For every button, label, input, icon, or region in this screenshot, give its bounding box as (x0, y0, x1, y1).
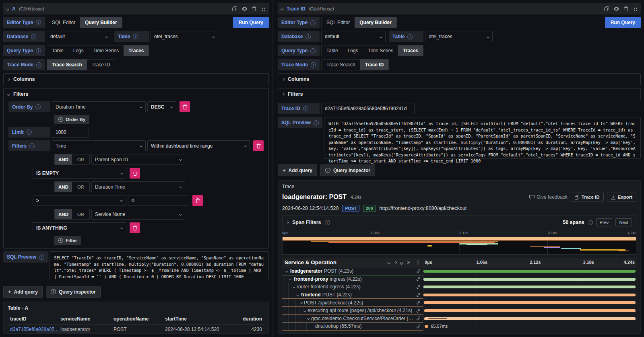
remove-filter-button[interactable] (130, 168, 140, 179)
order-by-direction-select[interactable]: DESC (147, 101, 176, 112)
span-name-cell[interactable]: loadgeneratorPOST (4.23s) (282, 267, 423, 275)
query-type-timeseries[interactable]: Time Series (363, 45, 398, 56)
info-icon[interactable]: i (133, 34, 138, 39)
span-duration-bar[interactable] (423, 294, 636, 296)
span-duration-bar[interactable] (423, 278, 636, 281)
query-inspector-button[interactable]: iQuery inspector (320, 164, 375, 176)
info-icon[interactable]: i (407, 34, 413, 39)
collapse-chevron-icon[interactable] (6, 7, 9, 10)
chevron-down-icon[interactable] (289, 277, 292, 280)
trace-search-option[interactable]: Trace Search (47, 60, 87, 70)
filters-toggle[interactable]: Filters (8, 91, 264, 97)
query-inspector-button[interactable]: iQuery inspector (46, 286, 101, 298)
query-type-traces[interactable]: Traces (398, 45, 423, 56)
span-link-icon[interactable] (416, 276, 421, 282)
span-name-cell[interactable]: executing api route (pages) /api/checkou… (282, 307, 423, 315)
span-duration-bar[interactable] (423, 270, 636, 273)
span-row[interactable]: tcp.connect (20.09ms)20.09ms (282, 331, 636, 331)
span-link-icon[interactable] (416, 316, 421, 321)
span-row[interactable]: executing api route (pages) /api/checkou… (282, 307, 636, 315)
chevron-down-icon[interactable] (300, 301, 303, 304)
span-gantt-cell[interactable] (423, 307, 636, 315)
query-type-table[interactable]: Table (47, 45, 68, 56)
info-icon[interactable]: i (305, 34, 311, 39)
span-link-icon[interactable] (416, 292, 421, 298)
info-icon[interactable]: i (310, 48, 316, 53)
span-gantt-cell[interactable] (423, 275, 636, 284)
export-button[interactable]: Export (607, 193, 636, 201)
span-link-icon[interactable] (416, 284, 421, 290)
info-icon[interactable]: i (36, 48, 41, 53)
sql-editor-option[interactable]: SQL Editor (47, 17, 80, 28)
columns-toggle[interactable]: Columns (282, 76, 636, 82)
logic-or[interactable]: OR (72, 154, 89, 164)
remove-filter-button[interactable] (130, 222, 140, 233)
column-header-operationName[interactable]: operationName (114, 316, 165, 322)
trace-id-option[interactable]: Trace ID (87, 60, 115, 70)
drag-handle-icon[interactable] (261, 7, 266, 11)
filter-operator-select[interactable]: IS ANYTHING (33, 222, 126, 233)
span-row[interactable]: frontendPOST (4.22s) (282, 291, 636, 299)
column-header-serviceName[interactable]: serviceName (60, 316, 114, 322)
expand-all-icon[interactable] (407, 261, 410, 263)
info-icon[interactable]: i (36, 20, 41, 25)
span-duration-bar[interactable] (424, 309, 636, 312)
eye-icon[interactable] (614, 7, 619, 11)
info-icon[interactable]: i (36, 62, 41, 68)
filter-field-select[interactable]: Duration Time (91, 181, 185, 192)
database-select[interactable]: default (321, 31, 386, 42)
add-order-by-button[interactable]: +Order By (54, 115, 89, 124)
panel-a-header[interactable]: A (ClickHouse) (3, 3, 269, 14)
collapse-all-icon[interactable] (400, 261, 402, 264)
and-or-toggle[interactable]: ANDOR (54, 181, 90, 192)
collapse-chevron-icon[interactable] (281, 7, 284, 10)
span-name-cell[interactable]: POST /api/checkout (4.22s) (282, 299, 423, 307)
filter-time-field-select[interactable]: Time (52, 140, 146, 151)
span-gantt-cell[interactable] (423, 315, 636, 323)
column-resize-handle[interactable] (417, 260, 419, 265)
run-query-button[interactable]: Run Query (605, 17, 641, 28)
remove-time-filter-button[interactable] (253, 140, 264, 151)
span-name-cell[interactable]: frontendPOST (4.22s) (282, 291, 423, 299)
span-filters-label[interactable]: Span Filters (292, 220, 321, 225)
span-gantt-cell[interactable] (423, 283, 636, 291)
info-icon[interactable]: i (325, 220, 330, 225)
span-duration-bar[interactable] (424, 301, 636, 304)
span-gantt-cell[interactable] (423, 267, 636, 275)
trace-id-button[interactable]: Trace ID (571, 193, 604, 201)
remove-order-by-button[interactable] (180, 101, 190, 112)
query-builder-option[interactable]: Query Builder (355, 17, 396, 28)
info-icon[interactable]: i (31, 34, 36, 39)
chevron-down-icon[interactable] (307, 317, 310, 320)
database-select[interactable]: default (47, 31, 111, 42)
info-icon[interactable]: i (314, 120, 319, 125)
trace-search-option[interactable]: Trace Search (322, 60, 360, 70)
info-icon[interactable]: i (588, 220, 593, 225)
filter-operator-select[interactable]: > (33, 195, 126, 206)
info-icon[interactable]: i (29, 143, 35, 148)
panel-trace-header[interactable]: Trace ID (ClickHouse) (278, 3, 641, 14)
trace-id-option[interactable]: Trace ID (360, 60, 389, 70)
filter-operator-select[interactable]: IS EMPTY (33, 168, 126, 179)
chevron-down-icon[interactable] (296, 294, 299, 296)
logic-and[interactable]: AND (55, 209, 72, 219)
span-gantt-cell[interactable] (423, 299, 636, 307)
filter-time-value-select[interactable]: Within dashboard time range (147, 140, 250, 151)
drag-handle-icon[interactable] (633, 7, 638, 11)
eye-icon[interactable] (242, 7, 247, 11)
duplicate-icon[interactable] (232, 6, 237, 11)
expand-one-icon[interactable] (394, 261, 397, 264)
span-gantt-cell[interactable]: 20.09ms (423, 331, 636, 331)
column-header-duration[interactable]: duration (233, 316, 262, 322)
span-row[interactable]: router frontend egress (4.22s) (282, 283, 636, 291)
query-builder-option[interactable]: Query Builder (80, 17, 122, 28)
span-name-cell[interactable]: dns.lookup (65.57ms) (282, 323, 423, 331)
info-icon[interactable]: i (310, 20, 316, 25)
run-query-button[interactable]: Run Query (233, 17, 269, 28)
add-query-button[interactable]: +Add query (3, 286, 43, 298)
order-by-field-select[interactable]: Duration Time (52, 101, 146, 112)
logic-and[interactable]: AND (55, 154, 72, 164)
span-link-icon[interactable] (416, 324, 421, 329)
span-link-icon[interactable] (416, 300, 421, 305)
span-gantt-cell[interactable] (423, 291, 636, 299)
